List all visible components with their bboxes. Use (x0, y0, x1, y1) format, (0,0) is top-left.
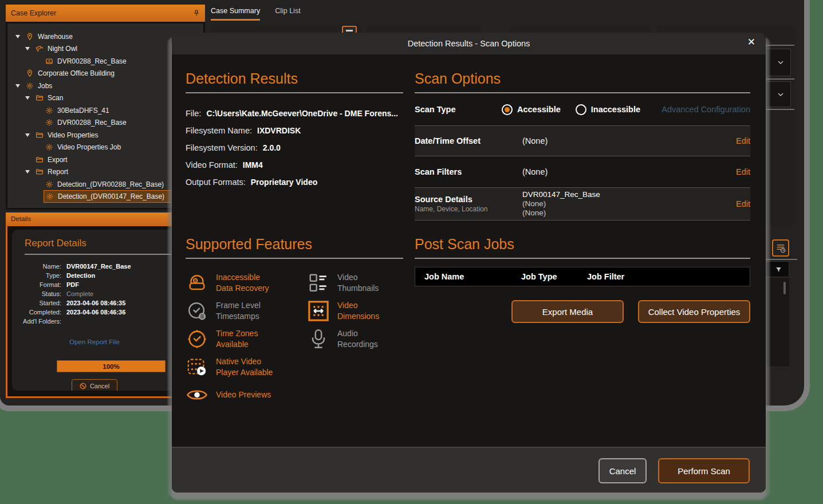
source-details-row: Source Details Name, Device, Location DV… (415, 187, 750, 220)
date-time-offset-edit-link[interactable]: Edit (736, 136, 750, 145)
clock-check-icon (186, 328, 208, 350)
field-value: Proprietary Video (251, 178, 317, 187)
field-row: Started:2023-04-06 08:46:35 (12, 298, 177, 308)
thumbnails-icon (307, 272, 330, 294)
expander-icon[interactable] (15, 84, 20, 88)
feature-video-thumbnails: Video Thumbnails (307, 269, 379, 297)
report-cancel-label: Cancel (90, 383, 109, 389)
field-label: Output Formats: (186, 178, 246, 187)
details-body: Report Details Name:DVR00147_Rec_BaseTyp… (6, 225, 183, 398)
date-time-offset-label: Date/Time Offset (415, 136, 522, 145)
dimensions-icon (307, 300, 330, 322)
report-cancel-button[interactable]: Cancel (72, 379, 117, 391)
divider (415, 258, 750, 259)
camera-icon (35, 45, 44, 53)
supported-features-section: Supported Features Inaccessible Data Rec… (186, 236, 403, 409)
advanced-configuration-link[interactable]: Advanced Configuration (661, 105, 750, 114)
scan-filters-value: (None) (522, 167, 548, 176)
expander-icon[interactable] (15, 35, 20, 38)
open-report-file-link[interactable]: Open Report File (12, 338, 177, 345)
export-media-button[interactable]: Export Media (511, 300, 624, 323)
post-scan-jobs-buttons: Export Media Collect Video Properties (415, 300, 750, 323)
field-label: Format: (12, 281, 61, 288)
field-row: Filesystem Name:IXDVRDISK (186, 122, 403, 139)
source-details-edit-link[interactable]: Edit (736, 199, 750, 208)
scan-filters-edit-link[interactable]: Edit (736, 167, 750, 176)
tab-clip-list[interactable]: Clip List (275, 7, 300, 21)
column-job-name: Job Name (415, 272, 521, 281)
chevron-down-icon (778, 93, 783, 96)
divider (25, 254, 177, 255)
tree-item-label: Warehouse (38, 33, 73, 41)
column-job-type: Job Type (521, 272, 587, 281)
field-row: Name:DVR00147_Rec_Base (12, 262, 177, 271)
perform-scan-button[interactable]: Perform Scan (658, 458, 750, 483)
field-label: Add'l Folders: (12, 318, 61, 325)
player-grid-icon (186, 356, 208, 378)
tree-item-label: DVR00288_Rec_Base (57, 57, 127, 65)
field-value: 2023-04-06 08:46:36 (66, 309, 125, 316)
scan-options-dialog: Detection Results - Scan Options ✕ Detec… (172, 33, 766, 493)
pin-icon[interactable] (193, 10, 200, 17)
radio-accessible[interactable]: Accessible (502, 104, 561, 115)
tree-item-label: Night Owl (48, 45, 77, 53)
drive-icon (45, 57, 54, 65)
radio-inaccessible-button[interactable] (576, 104, 586, 115)
source-name-value: DVR00147_Rec_Base (522, 190, 600, 199)
field-row: Status:Complete (12, 289, 177, 298)
field-row: Filesystem Version:2.0.0 (186, 139, 403, 156)
expander-icon[interactable] (25, 133, 30, 137)
cancel-button[interactable]: Cancel (598, 458, 647, 483)
field-row: Video Format:IMM4 (186, 156, 403, 174)
feature-video-dimensions: Video Dimensions (307, 297, 379, 325)
scan-filters-label: Scan Filters (415, 167, 522, 176)
field-row: Completed:2023-04-06 08:46:36 (12, 308, 177, 317)
field-value: 2.0.0 (263, 143, 281, 152)
gear-icon (45, 192, 54, 201)
close-icon[interactable]: ✕ (747, 37, 755, 47)
feature-inaccessible-data-recovery: Inaccessible Data Recovery (186, 269, 307, 297)
scrollbar-thumb[interactable] (783, 282, 786, 294)
details-header[interactable]: Details (6, 212, 183, 225)
features-grid: Inaccessible Data Recovery Frame Level T… (186, 269, 403, 409)
tree-item-label: Detection_(DVR00147_Rec_Base) (58, 192, 164, 200)
feature-frame-level-timestamps: Frame Level Timestamps (186, 297, 307, 325)
dialog-footer: Cancel Perform Scan (172, 447, 766, 493)
scan-options-section: Scan Options Scan Type Accessible Inacce… (415, 70, 750, 220)
eye-icon (186, 388, 208, 402)
tab-case-summary[interactable]: Case Summary (211, 7, 260, 21)
field-value: C:\Users\Kate.McGeever\OneDrive - DME Fo… (206, 109, 398, 118)
expander-icon[interactable] (25, 170, 30, 174)
source-details-title: Source Details (415, 195, 472, 204)
dialog-body: Detection Results File:C:\Users\Kate.McG… (172, 54, 766, 447)
dialog-titlebar[interactable]: Detection Results - Scan Options ✕ (172, 33, 766, 54)
gear-icon (25, 81, 34, 90)
feature-label: Time Zones Available (216, 328, 258, 350)
no-entry-icon (80, 383, 86, 389)
expander-icon[interactable] (25, 47, 30, 50)
feature-label: Video Previews (216, 389, 271, 400)
feature-label: Native Video Player Available (216, 356, 273, 378)
expander-icon[interactable] (25, 96, 30, 100)
tree-item-label: Corporate Office Building (38, 69, 115, 77)
feature-label: Video Thumbnails (337, 272, 379, 294)
field-row: Type:Detection (12, 271, 177, 280)
radio-inaccessible[interactable]: Inaccessible (576, 104, 640, 115)
radio-accessible-label: Accessible (517, 105, 561, 114)
microphone-icon (307, 328, 330, 350)
tree-item-label: Video Properties (48, 131, 99, 139)
radio-accessible-button[interactable] (502, 104, 513, 115)
field-label: Name: (12, 263, 61, 270)
scan-filters-row: Scan Filters (None) Edit (415, 156, 750, 187)
gear-icon (45, 180, 54, 188)
date-time-offset-row: Date/Time Offset (None) Edit (415, 125, 750, 156)
case-explorer-header[interactable]: Case Explorer (6, 5, 205, 22)
report-details-card: Report Details Name:DVR00147_Rec_BaseTyp… (12, 230, 177, 391)
report-options-icon[interactable] (772, 239, 789, 257)
supported-features-heading: Supported Features (186, 236, 403, 253)
screen: Case Summary Clip List (0, 0, 823, 504)
detection-results-section: Detection Results File:C:\Users\Kate.McG… (186, 70, 403, 191)
field-label: Status: (12, 290, 61, 297)
chevron-down-icon (778, 61, 783, 64)
collect-video-properties-button[interactable]: Collect Video Properties (638, 300, 750, 323)
